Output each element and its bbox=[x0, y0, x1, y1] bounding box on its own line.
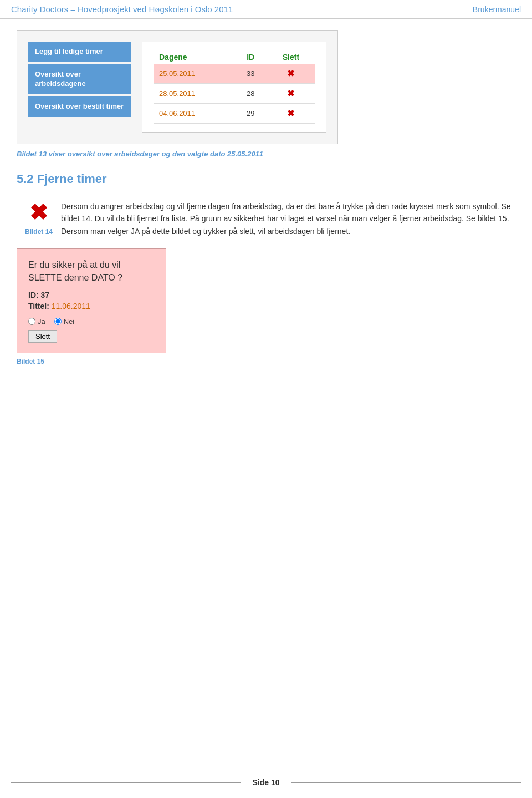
date-cell: 28.05.2011 bbox=[154, 84, 234, 104]
icon-area: ✖ Bildet 14 bbox=[17, 200, 61, 236]
col-dagene: Dagene bbox=[154, 50, 234, 64]
confirm-id-value: 37 bbox=[41, 291, 50, 299]
table-panel: Dagene ID Slett 25.05.2011 33 ✖ 28.05.20… bbox=[142, 42, 326, 133]
nav-btn-ledige-timer[interactable]: Legg til ledige timer bbox=[28, 42, 131, 62]
id-cell: 33 bbox=[234, 64, 267, 84]
id-cell: 29 bbox=[234, 104, 267, 124]
nav-btn-arbeidsdagene[interactable]: Oversikt over arbeidsdagene bbox=[28, 64, 131, 94]
caption2: Bildet 15 bbox=[17, 358, 515, 365]
confirm-id-label: ID: bbox=[28, 291, 39, 299]
id-cell: 28 bbox=[234, 84, 267, 104]
header: Charity Doctors – Hovedprosjekt ved Høgs… bbox=[0, 0, 532, 19]
col-slett: Slett bbox=[267, 50, 315, 64]
delete-cell[interactable]: ✖ bbox=[267, 84, 315, 104]
radio-nei-input[interactable] bbox=[54, 318, 62, 325]
col-id: ID bbox=[234, 50, 267, 64]
main-content: Legg til ledige timer Oversikt over arbe… bbox=[0, 19, 532, 388]
delete-cell[interactable]: ✖ bbox=[267, 104, 315, 124]
confirm-id: ID: 37 bbox=[28, 291, 155, 299]
slett-button[interactable]: Slett bbox=[28, 330, 57, 343]
footer-page: Side 10 bbox=[252, 778, 279, 787]
delete-icon[interactable]: ✖ bbox=[287, 89, 294, 98]
header-right: Brukermanuel bbox=[473, 5, 521, 14]
table-row: 04.06.2011 29 ✖ bbox=[154, 104, 315, 124]
delete-icon[interactable]: ✖ bbox=[287, 109, 294, 118]
delete-x-icon: ✖ bbox=[29, 201, 48, 223]
radio-row: Ja Nei bbox=[28, 317, 155, 326]
radio-ja-option[interactable]: Ja bbox=[28, 317, 45, 326]
caption1: Bildet 13 viser oversikt over arbeidsdag… bbox=[17, 150, 515, 158]
screenshot-panel: Legg til ledige timer Oversikt over arbe… bbox=[17, 30, 338, 144]
footer: Side 10 bbox=[0, 778, 532, 787]
confirm-box: Er du sikker på at du vil SLETTE denne D… bbox=[17, 248, 166, 353]
confirm-title: Er du sikker på at du vil SLETTE denne D… bbox=[28, 259, 155, 284]
delete-cell[interactable]: ✖ bbox=[267, 64, 315, 84]
bilde14-label: Bildet 14 bbox=[25, 228, 53, 236]
radio-ja-label: Ja bbox=[38, 317, 45, 326]
table-row: 25.05.2011 33 ✖ bbox=[154, 64, 315, 84]
sidebar-nav: Legg til ledige timer Oversikt over arbe… bbox=[28, 42, 131, 133]
footer-line-left bbox=[11, 782, 241, 783]
date-cell: 04.06.2011 bbox=[154, 104, 234, 124]
delete-icon[interactable]: ✖ bbox=[287, 69, 294, 78]
description-text: Dersom du angrer arbeidsdag og vil fjern… bbox=[61, 200, 515, 237]
footer-line-right bbox=[291, 782, 521, 783]
header-title: Charity Doctors – Hovedprosjekt ved Høgs… bbox=[11, 4, 233, 14]
radio-ja-input[interactable] bbox=[28, 318, 35, 325]
confirm-tittel-label: Tittel: bbox=[28, 302, 49, 311]
work-days-table: Dagene ID Slett 25.05.2011 33 ✖ 28.05.20… bbox=[154, 50, 315, 124]
date-cell: 25.05.2011 bbox=[154, 64, 234, 84]
nav-btn-bestilt-timer[interactable]: Oversikt over bestilt timer bbox=[28, 96, 131, 117]
desc-block: ✖ Bildet 14 Dersom du angrer arbeidsdag … bbox=[17, 200, 515, 237]
table-row: 28.05.2011 28 ✖ bbox=[154, 84, 315, 104]
confirm-tittel: Tittel: 11.06.2011 bbox=[28, 302, 155, 311]
radio-nei-label: Nei bbox=[64, 317, 75, 326]
radio-nei-option[interactable]: Nei bbox=[54, 317, 75, 326]
confirm-tittel-value: 11.06.2011 bbox=[52, 302, 90, 311]
section-heading: 5.2 Fjerne timer bbox=[17, 172, 515, 186]
